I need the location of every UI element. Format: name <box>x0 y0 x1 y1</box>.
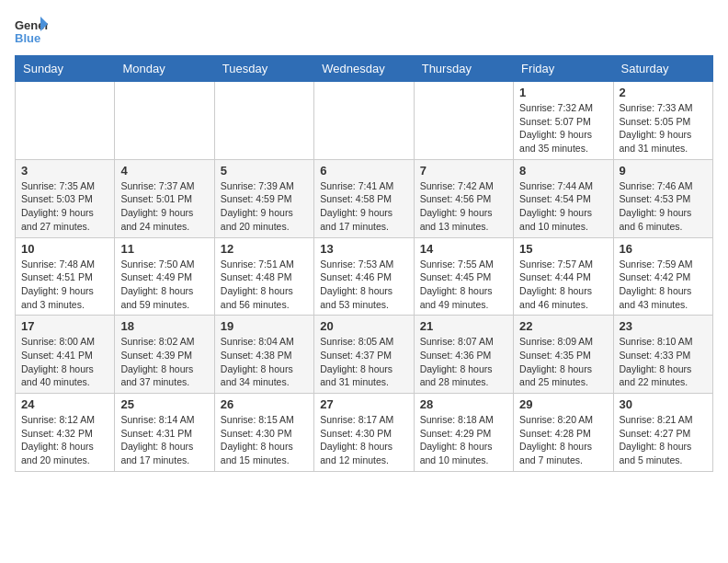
day-number: 5 <box>221 164 308 178</box>
calendar-cell: 6Sunrise: 7:41 AM Sunset: 4:58 PM Daylig… <box>314 159 414 237</box>
day-info: Sunrise: 7:35 AM Sunset: 5:03 PM Dayligh… <box>21 179 108 234</box>
calendar-row-3: 17Sunrise: 8:00 AM Sunset: 4:41 PM Dayli… <box>16 316 713 394</box>
day-info: Sunrise: 7:55 AM Sunset: 4:45 PM Dayligh… <box>420 258 507 312</box>
calendar-cell: 18Sunrise: 8:02 AM Sunset: 4:39 PM Dayli… <box>115 316 214 394</box>
day-number: 22 <box>519 319 607 333</box>
day-info: Sunrise: 7:57 AM Sunset: 4:44 PM Dayligh… <box>519 258 607 312</box>
day-info: Sunrise: 8:15 AM Sunset: 4:30 PM Dayligh… <box>221 413 308 467</box>
day-info: Sunrise: 7:48 AM Sunset: 4:51 PM Dayligh… <box>21 258 108 312</box>
logo: General Blue <box>15 15 48 48</box>
header-wednesday: Wednesday <box>314 56 414 82</box>
day-number: 15 <box>519 242 607 256</box>
day-info: Sunrise: 8:10 AM Sunset: 4:33 PM Dayligh… <box>620 335 707 389</box>
day-number: 14 <box>420 242 507 256</box>
calendar-row-0: 1Sunrise: 7:32 AM Sunset: 5:07 PM Daylig… <box>16 82 713 160</box>
calendar-cell: 13Sunrise: 7:53 AM Sunset: 4:46 PM Dayli… <box>314 237 414 316</box>
header-saturday: Saturday <box>613 56 712 82</box>
header-thursday: Thursday <box>414 56 513 82</box>
day-number: 1 <box>519 86 607 99</box>
day-number: 23 <box>620 319 707 333</box>
day-info: Sunrise: 7:59 AM Sunset: 4:42 PM Dayligh… <box>620 258 707 312</box>
calendar-row-2: 10Sunrise: 7:48 AM Sunset: 4:51 PM Dayli… <box>16 237 713 316</box>
calendar-cell: 19Sunrise: 8:04 AM Sunset: 4:38 PM Dayli… <box>214 316 313 394</box>
calendar-row-1: 3Sunrise: 7:35 AM Sunset: 5:03 PM Daylig… <box>16 159 713 237</box>
calendar-cell: 29Sunrise: 8:20 AM Sunset: 4:28 PM Dayli… <box>514 394 613 472</box>
calendar-cell: 30Sunrise: 8:21 AM Sunset: 4:27 PM Dayli… <box>613 394 712 472</box>
day-info: Sunrise: 8:18 AM Sunset: 4:29 PM Dayligh… <box>420 413 507 467</box>
day-number: 11 <box>120 242 208 256</box>
calendar-table: SundayMondayTuesdayWednesdayThursdayFrid… <box>15 55 713 472</box>
day-number: 13 <box>320 242 407 256</box>
day-info: Sunrise: 7:50 AM Sunset: 4:49 PM Dayligh… <box>120 258 208 312</box>
day-number: 2 <box>620 86 707 99</box>
day-info: Sunrise: 8:04 AM Sunset: 4:38 PM Dayligh… <box>221 335 308 389</box>
day-number: 9 <box>620 164 707 178</box>
calendar-cell: 25Sunrise: 8:14 AM Sunset: 4:31 PM Dayli… <box>115 394 214 472</box>
day-info: Sunrise: 7:53 AM Sunset: 4:46 PM Dayligh… <box>320 258 407 312</box>
calendar-cell: 9Sunrise: 7:46 AM Sunset: 4:53 PM Daylig… <box>613 159 712 237</box>
day-number: 10 <box>21 242 108 256</box>
calendar-cell <box>115 82 214 160</box>
page-header: General Blue <box>15 15 713 48</box>
calendar-cell: 14Sunrise: 7:55 AM Sunset: 4:45 PM Dayli… <box>414 237 513 316</box>
day-number: 12 <box>221 242 308 256</box>
header-tuesday: Tuesday <box>214 56 313 82</box>
calendar-cell: 8Sunrise: 7:44 AM Sunset: 4:54 PM Daylig… <box>514 159 613 237</box>
calendar-cell: 26Sunrise: 8:15 AM Sunset: 4:30 PM Dayli… <box>214 394 313 472</box>
day-number: 21 <box>420 319 507 333</box>
calendar-cell: 23Sunrise: 8:10 AM Sunset: 4:33 PM Dayli… <box>613 316 712 394</box>
day-info: Sunrise: 8:07 AM Sunset: 4:36 PM Dayligh… <box>420 335 507 389</box>
day-number: 3 <box>21 164 108 178</box>
calendar-cell: 1Sunrise: 7:32 AM Sunset: 5:07 PM Daylig… <box>514 82 613 160</box>
day-info: Sunrise: 7:33 AM Sunset: 5:05 PM Dayligh… <box>620 101 707 155</box>
day-number: 8 <box>519 164 607 178</box>
calendar-cell: 3Sunrise: 7:35 AM Sunset: 5:03 PM Daylig… <box>16 159 115 237</box>
day-number: 24 <box>21 397 108 411</box>
day-info: Sunrise: 8:14 AM Sunset: 4:31 PM Dayligh… <box>120 413 208 467</box>
day-number: 28 <box>420 397 507 411</box>
day-info: Sunrise: 7:37 AM Sunset: 5:01 PM Dayligh… <box>120 179 208 234</box>
day-info: Sunrise: 7:39 AM Sunset: 4:59 PM Dayligh… <box>221 179 308 234</box>
calendar-cell: 21Sunrise: 8:07 AM Sunset: 4:36 PM Dayli… <box>414 316 513 394</box>
day-info: Sunrise: 8:12 AM Sunset: 4:32 PM Dayligh… <box>21 413 108 467</box>
day-info: Sunrise: 8:17 AM Sunset: 4:30 PM Dayligh… <box>320 413 407 467</box>
calendar-cell: 24Sunrise: 8:12 AM Sunset: 4:32 PM Dayli… <box>16 394 115 472</box>
day-number: 19 <box>221 319 308 333</box>
calendar-cell: 22Sunrise: 8:09 AM Sunset: 4:35 PM Dayli… <box>514 316 613 394</box>
day-number: 30 <box>620 397 707 411</box>
calendar-cell <box>16 82 115 160</box>
day-info: Sunrise: 8:02 AM Sunset: 4:39 PM Dayligh… <box>120 335 208 389</box>
calendar-cell: 7Sunrise: 7:42 AM Sunset: 4:56 PM Daylig… <box>414 159 513 237</box>
day-info: Sunrise: 8:05 AM Sunset: 4:37 PM Dayligh… <box>320 335 407 389</box>
calendar-cell: 20Sunrise: 8:05 AM Sunset: 4:37 PM Dayli… <box>314 316 414 394</box>
calendar-cell <box>414 82 513 160</box>
day-number: 20 <box>320 319 407 333</box>
calendar-cell: 27Sunrise: 8:17 AM Sunset: 4:30 PM Dayli… <box>314 394 414 472</box>
day-number: 6 <box>320 164 407 178</box>
logo-icon: General Blue <box>15 15 48 48</box>
day-info: Sunrise: 7:46 AM Sunset: 4:53 PM Dayligh… <box>620 179 707 234</box>
day-info: Sunrise: 7:51 AM Sunset: 4:48 PM Dayligh… <box>221 258 308 312</box>
calendar-cell: 4Sunrise: 7:37 AM Sunset: 5:01 PM Daylig… <box>115 159 214 237</box>
calendar-row-4: 24Sunrise: 8:12 AM Sunset: 4:32 PM Dayli… <box>16 394 713 472</box>
day-info: Sunrise: 8:20 AM Sunset: 4:28 PM Dayligh… <box>519 413 607 467</box>
calendar-cell: 5Sunrise: 7:39 AM Sunset: 4:59 PM Daylig… <box>214 159 313 237</box>
calendar-cell: 11Sunrise: 7:50 AM Sunset: 4:49 PM Dayli… <box>115 237 214 316</box>
day-number: 7 <box>420 164 507 178</box>
day-number: 26 <box>221 397 308 411</box>
day-number: 17 <box>21 319 108 333</box>
calendar-cell <box>314 82 414 160</box>
day-info: Sunrise: 8:21 AM Sunset: 4:27 PM Dayligh… <box>620 413 707 467</box>
day-info: Sunrise: 7:42 AM Sunset: 4:56 PM Dayligh… <box>420 179 507 234</box>
calendar-cell: 2Sunrise: 7:33 AM Sunset: 5:05 PM Daylig… <box>613 82 712 160</box>
calendar-cell: 28Sunrise: 8:18 AM Sunset: 4:29 PM Dayli… <box>414 394 513 472</box>
day-number: 16 <box>620 242 707 256</box>
calendar-cell <box>214 82 313 160</box>
day-info: Sunrise: 7:44 AM Sunset: 4:54 PM Dayligh… <box>519 179 607 234</box>
day-number: 18 <box>120 319 208 333</box>
day-number: 4 <box>120 164 208 178</box>
day-number: 27 <box>320 397 407 411</box>
calendar-cell: 12Sunrise: 7:51 AM Sunset: 4:48 PM Dayli… <box>214 237 313 316</box>
svg-text:Blue: Blue <box>15 31 40 45</box>
day-info: Sunrise: 7:41 AM Sunset: 4:58 PM Dayligh… <box>320 179 407 234</box>
